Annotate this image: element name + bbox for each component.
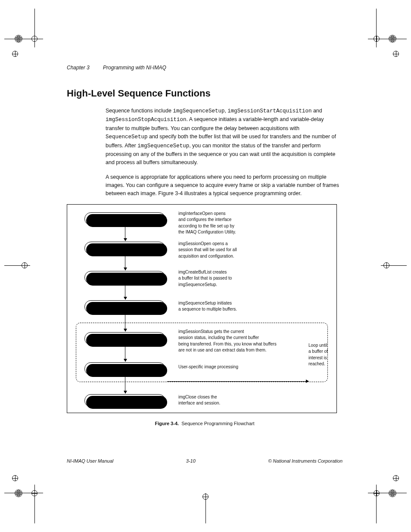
arrow-4 xyxy=(125,314,125,331)
flow-node-sequence-setup: imgSequenceSetup xyxy=(84,300,165,313)
note-sequence-setup: imgSequenceSetup initiates a sequence to… xyxy=(178,300,269,313)
note-session-open: imgSessionOpen opens a session that will… xyxy=(178,241,260,260)
note-createbuflist: imgCreateBufList creates a buffer list t… xyxy=(178,269,265,288)
section-heading: High-Level Sequence Functions xyxy=(67,88,342,99)
figure-label: Figure 3-4. xyxy=(155,421,179,426)
crop-mark-br xyxy=(355,472,407,523)
crop-mark-mr xyxy=(355,257,407,274)
page-footer: NI-IMAQ User Manual 3-10 © National Inst… xyxy=(67,458,342,464)
chapter-title: Programming with NI-IMAQ xyxy=(103,65,166,71)
figure-caption: Figure 3-4. Sequence Programming Flowcha… xyxy=(67,421,342,426)
flow-node-user-functions: User-specific functions xyxy=(84,362,165,375)
figure-text: Sequence Programming Flowchart xyxy=(181,421,254,426)
footer-center: 3-10 xyxy=(186,458,196,464)
note-close: imgClose closes the interface and sessio… xyxy=(178,394,256,407)
flow-node-session-status: imgSessionStatus xyxy=(84,332,165,345)
note-user-functions: User-specific image processing xyxy=(178,364,273,370)
arrow-1 xyxy=(125,226,125,241)
footer-left: NI-IMAQ User Manual xyxy=(67,458,113,464)
crop-mark-bl xyxy=(4,472,56,523)
arrow-5 xyxy=(125,346,125,361)
crop-mark-ml xyxy=(4,257,56,274)
note-session-status: imgSessionStatus gets the current sessio… xyxy=(178,329,303,354)
paragraph-1: Sequence functions include imgSequenceSe… xyxy=(106,107,342,167)
flow-node-createbuflist: imgCreateBufList xyxy=(84,271,165,284)
loop-arrow xyxy=(167,381,308,382)
crop-mark-tr xyxy=(355,9,407,60)
paragraph-2: A sequence is appropriate for applicatio… xyxy=(106,173,342,198)
chapter-number: Chapter 3 xyxy=(67,65,90,71)
running-header: Chapter 3 Programming with NI-IMAQ xyxy=(67,65,342,71)
note-loop: Loop until a buffer of interest is reach… xyxy=(308,342,332,367)
flow-node-interface-open: imgInterfaceOpen xyxy=(84,212,165,225)
flow-node-session-open: imgSessionOpen xyxy=(84,242,165,255)
arrow-6 xyxy=(125,376,125,393)
flow-node-close: imgClose xyxy=(84,394,165,407)
page-content: Chapter 3 Programming with NI-IMAQ High-… xyxy=(67,65,342,426)
crop-mark-bc xyxy=(193,472,218,523)
arrow-3 xyxy=(125,285,125,299)
flowchart-frame: imgInterfaceOpen imgSessionOpen imgCreat… xyxy=(67,204,337,413)
footer-right: © National Instruments Corporation xyxy=(268,458,342,464)
note-interface-open: imgInterfaceOpen opens and configures th… xyxy=(178,211,260,236)
arrow-2 xyxy=(125,255,125,270)
crop-mark-tl xyxy=(4,9,56,60)
